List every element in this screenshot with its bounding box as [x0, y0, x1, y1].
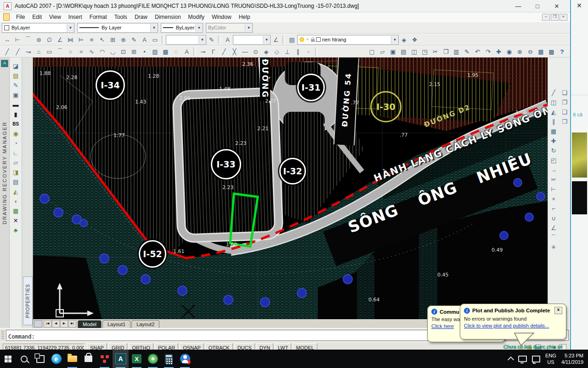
bring-above-icon[interactable]: ❑ — [559, 107, 570, 117]
revcloud-icon[interactable]: ≈ — [76, 47, 86, 56]
snap-quadrant-icon[interactable]: ◈ — [261, 47, 271, 56]
zoom-realtime-icon[interactable]: ◉ — [504, 47, 514, 56]
dim-style-icon[interactable]: ✎ — [206, 35, 217, 44]
tab-layout2[interactable]: Layout2 — [131, 320, 159, 328]
linetype-control-dropdown[interactable]: By Layer ▼ — [77, 23, 158, 33]
insert-block-icon[interactable]: ⊡ — [118, 47, 129, 56]
style-angle-icon[interactable]: ∠ — [271, 35, 281, 44]
clock[interactable]: 5:23 PM 4/11/2019 — [561, 352, 583, 366]
zoom-window-icon[interactable]: ⊕ — [514, 47, 525, 56]
taskbar-store-icon[interactable] — [80, 350, 96, 368]
palette-tool-icon-5[interactable]: ▬ — [10, 100, 21, 109]
layer-control-dropdown[interactable]: ☀ nen htrang ▼ — [297, 35, 399, 45]
dim-linear-icon[interactable]: ↔ — [2, 35, 12, 44]
taskbar-excel-icon[interactable] — [129, 350, 145, 368]
dim-tolerance-icon[interactable]: ⊞ — [107, 35, 118, 44]
snap-center-icon[interactable]: ⊙ — [250, 47, 261, 56]
mdi-minimize-button[interactable]: – — [542, 14, 550, 21]
tab-last-button[interactable]: ▶| — [68, 320, 76, 328]
point-icon[interactable]: • — [139, 47, 150, 56]
hatch-icon[interactable]: ▨ — [150, 47, 160, 56]
circle-icon[interactable]: ○ — [65, 47, 76, 56]
undo-icon[interactable]: ↶ — [472, 47, 483, 56]
snap-midpoint-icon[interactable]: ╱ — [219, 47, 229, 56]
drawing-canvas[interactable]: I-34 I-31 I-30 I-33 I-32 I-52 ĐƯỜNG ĐƯỜN… — [33, 58, 548, 319]
palette-tool-icon-9[interactable]: ◔ — [10, 138, 21, 148]
taskbar-contacts-icon[interactable] — [177, 350, 193, 368]
taskbar-autocad-icon[interactable] — [113, 350, 129, 368]
plot-icon[interactable]: ▤ — [398, 47, 409, 56]
menu-draw[interactable]: Draw — [131, 13, 151, 21]
tab-layout1[interactable]: Layout1 — [102, 320, 130, 328]
taskbar-start-button[interactable] — [0, 350, 16, 368]
tab-next-button[interactable]: ▶ — [60, 320, 68, 328]
new-icon[interactable]: ▢ — [367, 47, 377, 56]
open-icon[interactable]: ▱ — [377, 47, 388, 56]
rotate-icon[interactable]: ↻ — [548, 146, 559, 155]
mirror-icon[interactable]: ◭ — [548, 107, 559, 117]
palette-tool-icon-7[interactable]: BS — [10, 119, 21, 129]
match-properties-icon[interactable]: ✎ — [462, 47, 472, 56]
taskbar-disc-app-icon[interactable] — [145, 350, 161, 368]
command-window-grab-handle[interactable] — [1, 331, 4, 340]
palette-tool-icon-1[interactable]: ◪ — [10, 61, 21, 71]
tab-model[interactable]: Model — [78, 320, 102, 328]
publish-icon[interactable]: ◳ — [419, 47, 430, 56]
redo-icon[interactable]: ↷ — [483, 47, 493, 56]
snap-endpoint-icon[interactable]: Γ — [208, 47, 219, 56]
save-icon[interactable]: ▣ — [388, 47, 398, 56]
minimize-button[interactable]: — — [509, 3, 528, 10]
dim-quick-icon[interactable]: ⋈ — [65, 35, 76, 44]
region-icon[interactable]: ◌ — [171, 47, 181, 56]
dim-edit-icon[interactable]: ✎ — [129, 35, 139, 44]
palette-tool-icon-18[interactable]: ♣ — [10, 225, 21, 235]
mdi-restore-button[interactable]: ❐ — [551, 14, 559, 21]
copy-clip-icon[interactable]: ❐ — [441, 47, 451, 56]
cut-icon[interactable]: ✂ — [430, 47, 441, 56]
menu-insert[interactable]: Insert — [65, 13, 86, 21]
polyline-icon[interactable]: ↝ — [23, 47, 34, 56]
menu-format[interactable]: Format — [86, 13, 111, 21]
snap-from-icon[interactable]: ⊸ — [198, 47, 208, 56]
lineweight-control-dropdown[interactable]: ByLayer ▼ — [161, 23, 203, 33]
taskbar-edge-icon[interactable] — [48, 350, 64, 368]
taskbar-pinned-app-icon[interactable] — [96, 350, 113, 368]
stretch-icon[interactable]: → — [548, 165, 559, 175]
dim-angular-icon[interactable]: ∠ — [55, 35, 65, 44]
palette-tool-icon-6[interactable]: ▮ — [10, 109, 21, 119]
fillet-icon[interactable]: ⌒ — [548, 233, 559, 242]
dim-radius-icon[interactable]: ⊚ — [34, 35, 44, 44]
send-to-back-icon[interactable]: ❐ — [559, 98, 570, 107]
menu-tools[interactable]: Tools — [111, 13, 131, 21]
background-close-icon[interactable]: ✕ — [577, 2, 582, 9]
mdi-close-button[interactable]: × — [560, 14, 567, 21]
ellipse-arc-icon[interactable]: ◡ — [107, 47, 118, 56]
dim-update-icon[interactable]: ▭ — [150, 35, 160, 44]
menu-window[interactable]: Window — [208, 13, 235, 21]
color-control-dropdown[interactable]: ByLayer ▼ — [2, 23, 74, 33]
dim-aligned-icon[interactable]: ⊢ — [12, 35, 23, 44]
sheetset-icon[interactable]: ▩ — [546, 47, 557, 56]
palette-tool-icon-15[interactable]: ◖ — [10, 196, 21, 206]
properties-palette-tab[interactable]: PROPERTIES — [23, 276, 33, 325]
explode-icon[interactable]: ✳ — [548, 242, 559, 252]
network-icon[interactable] — [518, 356, 527, 362]
snap-tangent-icon[interactable]: ◇ — [271, 47, 282, 56]
line-icon[interactable]: ╱ — [2, 47, 12, 56]
snap-extension-icon[interactable]: — — [240, 47, 250, 56]
dim-diameter-icon[interactable]: ∅ — [44, 35, 55, 44]
layout-browse-icon[interactable] — [34, 320, 42, 328]
break-point-icon[interactable]: × — [548, 194, 559, 204]
background-thumbnail-2[interactable] — [572, 181, 587, 214]
layer-states-icon[interactable]: ◈ — [399, 35, 409, 44]
palette-tool-icon-2[interactable]: ▨ — [10, 71, 21, 80]
taskbar-file-explorer-icon[interactable] — [64, 350, 80, 368]
copy-icon[interactable]: ◫ — [548, 98, 559, 107]
pan-icon[interactable]: ✚ — [493, 47, 504, 56]
menu-file[interactable]: File — [12, 13, 28, 21]
menu-modify[interactable]: Modify — [185, 13, 208, 21]
layer-manager-icon[interactable]: ▤ — [287, 35, 297, 44]
taskbar-search-icon[interactable] — [16, 350, 32, 368]
construction-line-icon[interactable]: ╱ — [12, 47, 23, 56]
palette-tool-icon-13[interactable]: ▤ — [10, 177, 21, 187]
